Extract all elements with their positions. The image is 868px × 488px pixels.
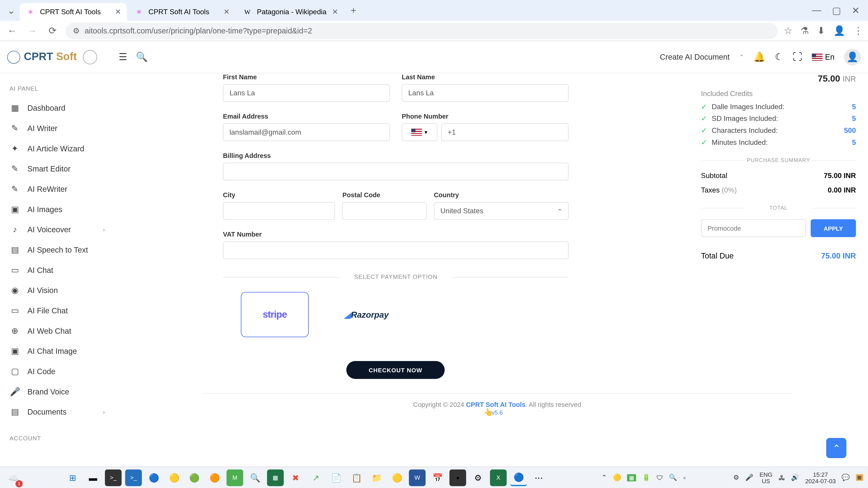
- first-name-input[interactable]: [223, 84, 390, 102]
- explorer-icon[interactable]: 📁: [368, 469, 385, 486]
- footer-brand-link[interactable]: CPRT Soft AI Tools: [466, 401, 526, 408]
- notepad-icon[interactable]: 📄: [328, 469, 344, 486]
- bookmark-icon[interactable]: ☆: [784, 25, 792, 36]
- sidebar-item[interactable]: ♪AI Voiceover›: [9, 219, 113, 239]
- last-name-input[interactable]: [402, 84, 568, 102]
- app-icon[interactable]: 📋: [348, 469, 365, 486]
- chrome-active-icon[interactable]: 🔵: [510, 469, 527, 486]
- notification-icon[interactable]: 💬: [842, 474, 850, 481]
- chrome-icon[interactable]: 🟢: [186, 469, 203, 486]
- excel-icon[interactable]: ▦: [267, 469, 284, 486]
- postal-input[interactable]: [342, 202, 427, 220]
- logo[interactable]: CPRT Soft: [7, 50, 113, 64]
- address-bar[interactable]: ⚙ aitools.cprtsoft.com/user/pricing/plan…: [66, 22, 778, 39]
- apply-button[interactable]: APPLY: [811, 219, 856, 237]
- notifications-icon[interactable]: 🔔: [753, 51, 765, 63]
- menu-icon[interactable]: ⋮: [854, 25, 863, 36]
- app-icon[interactable]: ✖: [287, 469, 304, 486]
- forward-button[interactable]: →: [25, 24, 39, 38]
- terminal-icon[interactable]: >_: [105, 469, 122, 486]
- payment-option-razorpay[interactable]: ◢Razorpay: [333, 292, 401, 337]
- tray-icon[interactable]: 🔋: [642, 474, 651, 481]
- scroll-to-top-button[interactable]: ⌃: [826, 438, 846, 458]
- browser-tab[interactable]: ✳ CPRT Soft AI Tools ✕: [128, 3, 236, 21]
- back-button[interactable]: ←: [5, 24, 19, 38]
- maximize-icon[interactable]: ▢: [832, 5, 841, 16]
- sidebar-item[interactable]: ▤Documents›: [9, 401, 113, 422]
- task-view-icon[interactable]: ▬: [85, 469, 101, 486]
- billing-address-input[interactable]: [223, 163, 568, 181]
- sidebar-item[interactable]: ✎Smart Editor: [9, 158, 113, 179]
- create-doc-link[interactable]: Create AI Document: [660, 53, 730, 61]
- search-button[interactable]: 🔍: [132, 47, 151, 66]
- close-window-icon[interactable]: ✕: [852, 5, 860, 16]
- tray-icon[interactable]: 🟡: [613, 474, 621, 481]
- toggle-sidebar-button[interactable]: ☰: [113, 47, 132, 66]
- steam-icon[interactable]: ⚙: [470, 469, 487, 486]
- excel-icon[interactable]: X: [490, 469, 507, 486]
- sidebar-item[interactable]: ▦Dashboard: [9, 98, 113, 118]
- app-icon[interactable]: ▪: [450, 469, 466, 486]
- start-button[interactable]: ⊞: [64, 469, 81, 486]
- browser-tab-active[interactable]: ✳ CPRT Soft AI Tools ✕: [20, 3, 127, 21]
- overflow-icon[interactable]: ⋯: [530, 469, 547, 486]
- close-icon[interactable]: ✕: [223, 8, 229, 16]
- country-select[interactable]: United States ⌃: [434, 202, 568, 220]
- tray-icon[interactable]: 🛡: [656, 474, 663, 481]
- chrome-icon[interactable]: 🟠: [206, 469, 223, 486]
- profile-icon[interactable]: 👤: [833, 25, 845, 36]
- steam-tray-icon[interactable]: ⚙: [733, 474, 739, 481]
- sidebar-item[interactable]: ▢AI Code: [9, 361, 113, 381]
- checkout-button[interactable]: CHECKOUT NOW: [346, 361, 445, 379]
- language-indicator[interactable]: ENGUS: [760, 471, 772, 484]
- weather-icon[interactable]: ☁️: [5, 469, 22, 486]
- email-input[interactable]: [223, 123, 390, 141]
- tray-icon[interactable]: 🔍: [669, 474, 677, 481]
- fullscreen-icon[interactable]: ⛶: [793, 52, 802, 62]
- city-input[interactable]: [223, 202, 335, 220]
- clock[interactable]: 15:272024-07-03: [805, 471, 836, 484]
- labs-icon[interactable]: ⚗: [800, 25, 809, 36]
- app-icon[interactable]: 🟡: [389, 469, 405, 486]
- network-icon[interactable]: 🖧: [778, 474, 785, 481]
- volume-icon[interactable]: 🔊: [791, 474, 799, 481]
- sidebar-item[interactable]: ◉AI Vision: [9, 280, 113, 300]
- phone-country-code[interactable]: ▼: [402, 123, 437, 141]
- sidebar-item[interactable]: ▭AI Chat: [9, 260, 113, 280]
- everything-icon[interactable]: 🔍: [247, 469, 264, 486]
- payment-option-stripe[interactable]: stripe: [241, 292, 309, 337]
- chevron-up-icon[interactable]: ⌃: [739, 54, 744, 60]
- reload-button[interactable]: ⟳: [45, 24, 59, 38]
- site-info-icon[interactable]: ⚙: [73, 26, 80, 35]
- tray-chevron-icon[interactable]: ⌃: [601, 474, 607, 481]
- mic-icon[interactable]: 🎤: [745, 474, 754, 481]
- downloads-icon[interactable]: ⬇: [817, 25, 825, 36]
- tabs-dropdown-icon[interactable]: ⌄: [2, 5, 20, 16]
- tray-icon[interactable]: ▫: [683, 474, 686, 481]
- avatar[interactable]: 👤: [844, 48, 861, 65]
- language-selector[interactable]: En: [812, 53, 835, 61]
- app-icon[interactable]: ↗: [308, 469, 324, 486]
- close-icon[interactable]: ✕: [115, 8, 121, 16]
- sidebar-item[interactable]: ✎AI ReWriter: [9, 179, 113, 199]
- sidebar-item[interactable]: ▣AI Images: [9, 199, 113, 219]
- sidebar-item[interactable]: ✎AI Writer: [9, 118, 113, 138]
- tray-icon[interactable]: ▦: [856, 474, 863, 481]
- close-icon[interactable]: ✕: [332, 8, 338, 16]
- sidebar-item[interactable]: 🎤Brand Voice: [9, 381, 113, 402]
- sidebar-item[interactable]: ✦AI Article Wizard: [9, 138, 113, 159]
- tray-icon[interactable]: ▦: [627, 474, 636, 481]
- powershell-icon[interactable]: >_: [125, 469, 142, 486]
- vat-input[interactable]: [223, 241, 568, 259]
- browser-tab[interactable]: W Patagonia - Wikipedia ✕: [237, 3, 344, 21]
- calendar-icon[interactable]: 📅: [429, 469, 446, 486]
- dark-mode-icon[interactable]: ☾: [775, 51, 783, 63]
- sidebar-item[interactable]: ⊕AI Web Chat: [9, 321, 113, 341]
- chrome-icon[interactable]: 🟡: [166, 469, 182, 486]
- promocode-input[interactable]: [701, 219, 806, 237]
- sidebar-item[interactable]: ▣AI Chat Image: [9, 341, 113, 361]
- minimize-icon[interactable]: —: [812, 5, 822, 16]
- app-icon[interactable]: 🔵: [145, 469, 162, 486]
- new-tab-button[interactable]: +: [345, 2, 362, 19]
- sidebar-item[interactable]: ▤AI Speech to Text: [9, 239, 113, 260]
